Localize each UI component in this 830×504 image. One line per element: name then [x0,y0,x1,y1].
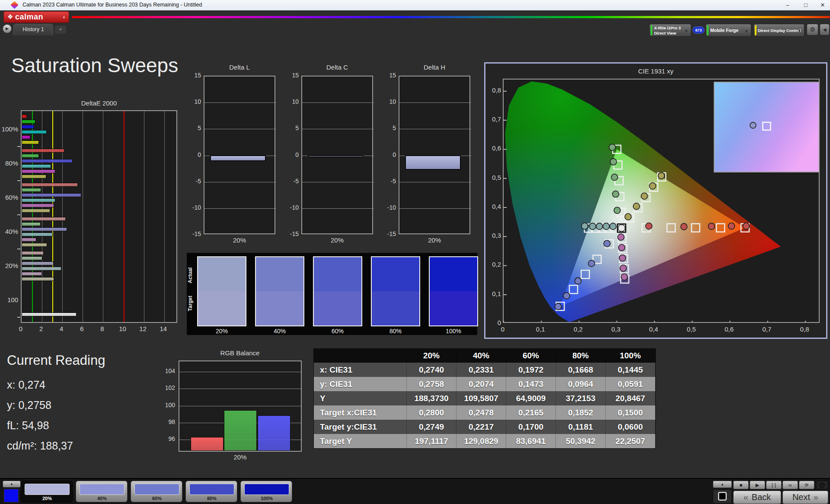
tab-history-1[interactable]: History 1 [13,24,53,35]
table-header-cell: 40% [456,349,506,363]
maximize-button[interactable]: □ [797,0,815,10]
y-tick-label: -10 [382,204,396,211]
rgb-balance-xlabel: 20% [179,453,302,461]
patch-button-100%[interactable]: 100% [240,481,292,502]
deltae-bar [22,238,36,242]
minimize-button[interactable]: – [779,0,797,10]
display-control-dropdown[interactable]: Direct Display Control ▼ [753,24,804,37]
meter-dropdown[interactable]: X-Rite i1Pro 3 Direct View ▼ [649,24,691,37]
table-value-cell: 0,0591 [606,377,655,391]
deltae-bar [22,277,54,281]
table-value-cell: 83,6941 [506,434,556,448]
x-tick-label: 12 [137,325,149,332]
x-tick-label: 2 [35,325,47,332]
actual-target-swatch-panel: ActualTarget20%40%60%80%100% [187,253,477,335]
measured-dot-magenta [619,255,626,261]
deltae-bar [22,125,34,129]
table-row-label: Target Y [314,434,407,448]
measure-window-button[interactable] [713,489,732,504]
table-value-cell: 50,3942 [556,434,606,448]
y-tick-label: -10 [187,204,201,211]
gridline [179,406,301,406]
display-control-name: Direct Display Control [758,28,801,33]
gridline [204,129,276,129]
up-arrow-icon: ▲ [713,481,731,488]
deltae-bar [22,198,55,202]
meter-status-stripe [651,25,652,35]
source-status-stripe [707,25,709,35]
current-reading-cdm2: cd/m²: 188,37 [7,440,73,452]
add-tab-button[interactable]: + [55,26,66,34]
patch-button-40%[interactable]: 40% [76,481,128,502]
collapse-panel-button[interactable]: ◀ [820,24,830,35]
group-label-60%: 60% [0,194,18,201]
source-dropdown[interactable]: Mobile Forge ▼ [706,24,751,37]
patch-fill-icon [720,494,725,499]
table-row: Target x:CIE310,28000,24780,21650,18520,… [314,405,655,420]
calman-menu-button[interactable]: ❖ calman ▼ [3,11,69,23]
measured-dot-green [614,207,620,214]
play-button[interactable]: ▶ [750,481,765,489]
patch-button-80%[interactable]: 80% [185,481,237,502]
chart-plot [301,76,373,234]
stop-button[interactable]: ■ [733,481,749,489]
deltae-bar [22,227,67,231]
table-value-cell: 0,2800 [407,405,456,420]
rgb-balance-title: RGB Balance [173,349,307,357]
gridline [302,102,374,103]
loop-button[interactable]: ⟳ [799,481,814,489]
measured-dot-green [613,191,619,198]
transport-expand-button[interactable]: ▲ [713,481,732,488]
continuous-button[interactable]: ∞ [782,481,798,489]
swatch-100% [429,256,478,326]
table-value-cell: 22,2507 [606,434,655,448]
chevron-down-icon: ▼ [744,29,748,33]
measured-dot-blue [588,260,595,267]
settings-button[interactable]: ⚙ [807,24,818,35]
table-header-cell: 60% [506,349,556,363]
patch-button-60%[interactable]: 60% [131,481,182,502]
swatch-target-patch [314,291,361,325]
y-axis-tick [17,214,20,215]
patch-label: 40% [76,496,128,501]
table-value-cell: 129,0829 [456,434,506,448]
close-button[interactable]: ✕ [814,0,830,10]
cie-1931-panel: CIE 1931 xy [484,62,827,339]
meter-mode: Direct View [654,31,676,35]
swatch-60% [313,256,362,326]
cie-y-label: 0,3 [484,232,501,239]
status-indicator-button[interactable] [816,481,828,489]
cie-y-label: 0,4 [484,203,501,210]
deltae-bar [22,256,42,260]
measured-dot-red [681,223,687,230]
next-button[interactable]: Next» [782,491,828,504]
measured-dot-yellow [625,214,631,220]
table-value-cell: 0,2758 [407,377,456,391]
tab-scroll-button[interactable]: ▶ [3,24,12,33]
table-row: 20%40%60%80%100% [314,349,655,363]
current-reading-fl: fL: 54,98 [7,419,49,432]
table-value-cell: 0,1852 [556,405,606,420]
y-tick-label: 15 [285,72,299,79]
y-tick-label: 10 [285,98,299,105]
app-icon [10,1,18,9]
table-header-cell: 20% [407,349,456,363]
table-value-cell: 0,2478 [456,405,506,420]
gridline [204,182,276,182]
spectrum-gradient-bar [72,16,830,18]
patch-button-20%[interactable]: 20% [21,481,73,502]
table-value-cell: 0,1500 [606,405,655,420]
preview-expand-button[interactable]: ▲ [3,481,21,488]
gridline [204,102,276,103]
marker-button[interactable]: [·] [766,481,782,489]
measured-dot-magenta [621,274,628,280]
swatch-80% [371,256,420,326]
patch-frame-icon [718,492,727,501]
delta-bar [210,155,266,162]
back-button[interactable]: «Back [733,491,781,504]
back-label: Back [752,492,771,502]
group-label-100: 100 [0,296,18,303]
group-label-20%: 20% [0,262,18,269]
deltae-bar [22,262,54,265]
up-arrow-icon: ▲ [3,481,20,487]
